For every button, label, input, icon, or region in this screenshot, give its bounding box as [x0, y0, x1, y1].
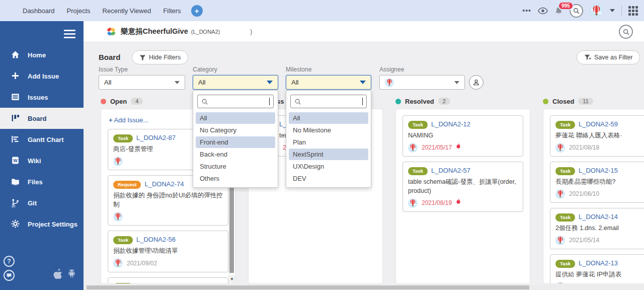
- search-icon: [294, 98, 301, 105]
- sidebar-item-wiki[interactable]: WWiki: [0, 150, 84, 171]
- sidebar: HomeAdd IssueIssuesBoardGantt ChartWWiki…: [0, 21, 84, 290]
- category-option-no-category[interactable]: No Category: [196, 124, 275, 136]
- category-option-others[interactable]: Others: [196, 173, 275, 184]
- sidebar-item-git[interactable]: GITGit: [0, 192, 84, 213]
- milestone-search-input[interactable]: [304, 98, 379, 105]
- feedback-chat-icon[interactable]: [4, 270, 15, 281]
- issue-id-link[interactable]: L_DONA2-59: [579, 120, 618, 128]
- hot-air-balloon-avatar: [113, 157, 123, 166]
- nav-link-dashboard[interactable]: Dashboard: [23, 7, 55, 15]
- column-name: Closed: [552, 98, 574, 105]
- notifications-bell-icon[interactable]: 995: [554, 5, 563, 17]
- sidebar-item-label: Home: [28, 51, 46, 59]
- gantt-icon: [11, 135, 20, 144]
- card-L_DONA2-55[interactable]: TaskL_DONA2-55報表管理\報表需求清單: [108, 277, 228, 284]
- nav-add-button[interactable]: +: [191, 5, 203, 17]
- status-dot: [543, 99, 548, 104]
- hide-filters-button[interactable]: Hide Filters: [132, 50, 188, 64]
- assign-to-me-button[interactable]: [469, 75, 484, 90]
- add-icon: [11, 71, 20, 81]
- card-L_DONA2-14[interactable]: TaskL_DONA2-142個任務 1.dns. 2.email2021/05…: [550, 208, 644, 249]
- column-name: Open: [110, 98, 127, 105]
- hamburger-menu-icon[interactable]: [64, 28, 75, 40]
- issue-type-badge: Task: [555, 121, 575, 129]
- issue-id-link[interactable]: L_DONA2-14: [579, 213, 618, 221]
- card-L_DONA2-59[interactable]: TaskL_DONA2-59夢蓮花 聯絡人匯入表格·2021/08/18: [550, 115, 644, 157]
- hot-air-balloon-avatar: [555, 236, 565, 245]
- issue-id-link[interactable]: L_DONA2-15: [579, 167, 618, 174]
- issue-id-link[interactable]: L_DONA2-57: [431, 167, 470, 174]
- status-dot: [101, 99, 106, 104]
- stray-text-fragment: ): [250, 28, 252, 35]
- milestone-label: Milestone: [286, 66, 311, 73]
- issue-type-badge: Task: [113, 236, 133, 244]
- sidebar-item-label: Project Settings: [28, 221, 77, 228]
- sidebar-item-add-issue[interactable]: Add Issue: [0, 65, 84, 87]
- person-icon: [472, 79, 480, 86]
- sidebar-item-board[interactable]: Board: [0, 108, 84, 129]
- apple-icon[interactable]: [53, 268, 63, 281]
- more-menu-icon[interactable]: •••: [522, 7, 531, 15]
- category-select[interactable]: All: [193, 75, 278, 90]
- due-date: 2021/05/17: [422, 144, 452, 151]
- issue-title: 捐款收據的 身份證no於UI必填的彈性控制: [113, 191, 223, 209]
- caret-down-icon: [360, 81, 366, 84]
- issue-id-link[interactable]: L_DONA2-87: [136, 134, 176, 141]
- project-search-icon[interactable]: [619, 25, 633, 39]
- status-dot: [395, 99, 401, 104]
- help-icon[interactable]: ?: [4, 256, 15, 267]
- category-option-structure[interactable]: Structure: [196, 161, 275, 172]
- horizontal-scrollbar[interactable]: [84, 285, 644, 290]
- svg-text:GIT: GIT: [12, 205, 16, 208]
- nav-link-filters[interactable]: Filters: [163, 7, 181, 15]
- category-option-back-end[interactable]: Back-end: [196, 149, 275, 160]
- card-L_DONA2-56[interactable]: TaskL_DONA2-56捐款收據管理\功能清單2021/09/02: [108, 231, 228, 272]
- sidebar-item-home[interactable]: Home: [0, 44, 84, 65]
- category-option-front-end[interactable]: Front-end: [196, 136, 275, 148]
- sidebar-item-gantt-chart[interactable]: Gantt Chart: [0, 129, 84, 150]
- apps-grid-icon[interactable]: [628, 6, 638, 16]
- milestone-search-box[interactable]: [290, 95, 367, 108]
- caret-down-icon: [267, 81, 273, 84]
- save-as-filter-button[interactable]: Save as Filter: [577, 50, 640, 64]
- issue-id-link[interactable]: L_DONA2-12: [431, 120, 470, 128]
- card-L_DONA2-57[interactable]: TaskL_DONA2-57table schema確認-發票、折讓單(orde…: [403, 162, 523, 212]
- milestone-option-dev[interactable]: DEV: [289, 173, 368, 184]
- category-search-input[interactable]: [211, 98, 286, 105]
- issue-id-link[interactable]: L_DONA2-56: [136, 236, 176, 243]
- hot-air-balloon-avatar: [113, 212, 123, 222]
- android-icon[interactable]: [67, 268, 76, 281]
- issue-type-select[interactable]: All: [99, 75, 185, 90]
- user-menu-caret-icon[interactable]: [610, 9, 615, 12]
- issue-id-link[interactable]: L_DONA2-55: [136, 282, 176, 284]
- sidebar-item-files[interactable]: Files: [0, 171, 84, 192]
- sidebar-item-project-settings[interactable]: Project Settings: [0, 213, 84, 235]
- issue-id-link[interactable]: L_DONA2-74: [144, 180, 184, 188]
- eye-icon[interactable]: [538, 7, 548, 15]
- nav-link-recently-viewed[interactable]: Recently Viewed: [103, 7, 151, 15]
- sidebar-item-issues[interactable]: Issues: [0, 87, 84, 108]
- milestone-select[interactable]: All: [286, 75, 371, 90]
- git-icon: GIT: [11, 198, 20, 207]
- assignee-select[interactable]: [379, 75, 465, 90]
- user-avatar[interactable]: [590, 4, 603, 18]
- card-L_DONA2-13[interactable]: TaskL_DONA2-13提供給 夢蓮花 IP申請表2021/05/13: [550, 254, 644, 284]
- issue-id-link[interactable]: L_DONA2-13: [579, 259, 618, 267]
- vertical-scrollbar-thumb[interactable]: [229, 184, 234, 273]
- milestone-option-ux-design[interactable]: UX\Design: [289, 161, 368, 172]
- issue-title: 捐款收據管理\功能清單: [113, 246, 223, 255]
- horizontal-scrollbar-thumb[interactable]: [87, 285, 529, 289]
- card-L_DONA2-15[interactable]: TaskL_DONA2-15長期產品需哪些功能?2021/06/10: [550, 162, 644, 203]
- category-search-box[interactable]: [197, 95, 274, 108]
- milestone-option-all[interactable]: All: [289, 112, 368, 124]
- issue-title: table schema確認-發票、折讓單(order, product): [408, 177, 518, 195]
- category-option-all[interactable]: All: [196, 112, 275, 124]
- milestone-option-plan[interactable]: Plan: [289, 136, 368, 148]
- milestone-option-nextsprint[interactable]: NextSprint: [289, 149, 368, 160]
- scroll-down-arrow[interactable]: ▼: [229, 275, 235, 283]
- nav-link-projects[interactable]: Projects: [67, 7, 91, 15]
- hot-air-balloon-avatar: [555, 282, 565, 284]
- milestone-option-no-milestone[interactable]: No Milestone: [289, 124, 368, 136]
- issue-title: 夢蓮花 聯絡人匯入表格·: [555, 131, 644, 140]
- card-L_DONA2-12[interactable]: TaskL_DONA2-12NAMING2021/05/17: [403, 115, 523, 157]
